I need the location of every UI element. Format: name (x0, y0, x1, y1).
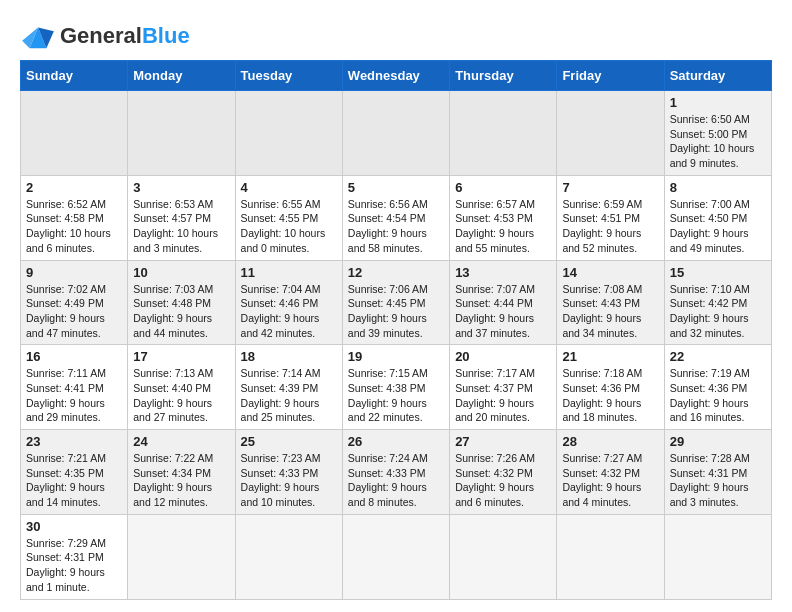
calendar-cell: 13Sunrise: 7:07 AM Sunset: 4:44 PM Dayli… (450, 260, 557, 345)
day-info: Sunrise: 7:06 AM Sunset: 4:45 PM Dayligh… (348, 282, 444, 341)
day-info: Sunrise: 7:17 AM Sunset: 4:37 PM Dayligh… (455, 366, 551, 425)
calendar-cell (557, 514, 664, 599)
day-info: Sunrise: 7:00 AM Sunset: 4:50 PM Dayligh… (670, 197, 766, 256)
day-number: 1 (670, 95, 766, 110)
calendar-cell: 30Sunrise: 7:29 AM Sunset: 4:31 PM Dayli… (21, 514, 128, 599)
calendar-cell: 5Sunrise: 6:56 AM Sunset: 4:54 PM Daylig… (342, 175, 449, 260)
calendar-cell: 8Sunrise: 7:00 AM Sunset: 4:50 PM Daylig… (664, 175, 771, 260)
calendar-cell (128, 514, 235, 599)
day-number: 10 (133, 265, 229, 280)
day-number: 23 (26, 434, 122, 449)
calendar-cell (21, 91, 128, 176)
day-info: Sunrise: 7:19 AM Sunset: 4:36 PM Dayligh… (670, 366, 766, 425)
day-number: 4 (241, 180, 337, 195)
day-number: 2 (26, 180, 122, 195)
day-info: Sunrise: 6:53 AM Sunset: 4:57 PM Dayligh… (133, 197, 229, 256)
day-number: 19 (348, 349, 444, 364)
calendar-cell: 4Sunrise: 6:55 AM Sunset: 4:55 PM Daylig… (235, 175, 342, 260)
calendar-cell: 26Sunrise: 7:24 AM Sunset: 4:33 PM Dayli… (342, 430, 449, 515)
day-number: 24 (133, 434, 229, 449)
day-number: 25 (241, 434, 337, 449)
calendar-cell: 17Sunrise: 7:13 AM Sunset: 4:40 PM Dayli… (128, 345, 235, 430)
calendar-cell: 20Sunrise: 7:17 AM Sunset: 4:37 PM Dayli… (450, 345, 557, 430)
day-info: Sunrise: 7:13 AM Sunset: 4:40 PM Dayligh… (133, 366, 229, 425)
calendar: SundayMondayTuesdayWednesdayThursdayFrid… (20, 60, 772, 600)
calendar-cell: 11Sunrise: 7:04 AM Sunset: 4:46 PM Dayli… (235, 260, 342, 345)
weekday-header-saturday: Saturday (664, 61, 771, 91)
day-info: Sunrise: 7:21 AM Sunset: 4:35 PM Dayligh… (26, 451, 122, 510)
day-info: Sunrise: 6:57 AM Sunset: 4:53 PM Dayligh… (455, 197, 551, 256)
calendar-cell: 18Sunrise: 7:14 AM Sunset: 4:39 PM Dayli… (235, 345, 342, 430)
day-number: 6 (455, 180, 551, 195)
day-info: Sunrise: 7:07 AM Sunset: 4:44 PM Dayligh… (455, 282, 551, 341)
weekday-header-sunday: Sunday (21, 61, 128, 91)
calendar-cell: 15Sunrise: 7:10 AM Sunset: 4:42 PM Dayli… (664, 260, 771, 345)
day-number: 8 (670, 180, 766, 195)
day-info: Sunrise: 7:11 AM Sunset: 4:41 PM Dayligh… (26, 366, 122, 425)
day-number: 17 (133, 349, 229, 364)
day-info: Sunrise: 7:26 AM Sunset: 4:32 PM Dayligh… (455, 451, 551, 510)
weekday-header-wednesday: Wednesday (342, 61, 449, 91)
calendar-cell: 12Sunrise: 7:06 AM Sunset: 4:45 PM Dayli… (342, 260, 449, 345)
calendar-cell (128, 91, 235, 176)
day-info: Sunrise: 7:24 AM Sunset: 4:33 PM Dayligh… (348, 451, 444, 510)
logo-text: GeneralBlue (60, 23, 190, 48)
calendar-cell: 29Sunrise: 7:28 AM Sunset: 4:31 PM Dayli… (664, 430, 771, 515)
calendar-cell (557, 91, 664, 176)
day-number: 12 (348, 265, 444, 280)
weekday-header-row: SundayMondayTuesdayWednesdayThursdayFrid… (21, 61, 772, 91)
day-info: Sunrise: 6:55 AM Sunset: 4:55 PM Dayligh… (241, 197, 337, 256)
week-row-1: 1Sunrise: 6:50 AM Sunset: 5:00 PM Daylig… (21, 91, 772, 176)
day-info: Sunrise: 7:10 AM Sunset: 4:42 PM Dayligh… (670, 282, 766, 341)
day-number: 15 (670, 265, 766, 280)
day-number: 28 (562, 434, 658, 449)
day-number: 21 (562, 349, 658, 364)
calendar-cell (450, 91, 557, 176)
day-info: Sunrise: 7:27 AM Sunset: 4:32 PM Dayligh… (562, 451, 658, 510)
day-info: Sunrise: 6:59 AM Sunset: 4:51 PM Dayligh… (562, 197, 658, 256)
day-info: Sunrise: 7:15 AM Sunset: 4:38 PM Dayligh… (348, 366, 444, 425)
logo-icon (20, 22, 56, 50)
page: GeneralBlue SundayMondayTuesdayWednesday… (0, 0, 792, 612)
day-number: 26 (348, 434, 444, 449)
day-info: Sunrise: 7:02 AM Sunset: 4:49 PM Dayligh… (26, 282, 122, 341)
day-info: Sunrise: 7:08 AM Sunset: 4:43 PM Dayligh… (562, 282, 658, 341)
week-row-5: 23Sunrise: 7:21 AM Sunset: 4:35 PM Dayli… (21, 430, 772, 515)
day-number: 30 (26, 519, 122, 534)
day-info: Sunrise: 7:14 AM Sunset: 4:39 PM Dayligh… (241, 366, 337, 425)
calendar-cell (235, 91, 342, 176)
day-number: 14 (562, 265, 658, 280)
day-number: 18 (241, 349, 337, 364)
day-info: Sunrise: 6:52 AM Sunset: 4:58 PM Dayligh… (26, 197, 122, 256)
calendar-cell (450, 514, 557, 599)
calendar-cell: 3Sunrise: 6:53 AM Sunset: 4:57 PM Daylig… (128, 175, 235, 260)
calendar-cell: 2Sunrise: 6:52 AM Sunset: 4:58 PM Daylig… (21, 175, 128, 260)
day-number: 5 (348, 180, 444, 195)
day-number: 20 (455, 349, 551, 364)
day-info: Sunrise: 7:29 AM Sunset: 4:31 PM Dayligh… (26, 536, 122, 595)
day-info: Sunrise: 7:28 AM Sunset: 4:31 PM Dayligh… (670, 451, 766, 510)
calendar-cell: 23Sunrise: 7:21 AM Sunset: 4:35 PM Dayli… (21, 430, 128, 515)
calendar-cell: 28Sunrise: 7:27 AM Sunset: 4:32 PM Dayli… (557, 430, 664, 515)
day-number: 11 (241, 265, 337, 280)
calendar-cell (235, 514, 342, 599)
day-number: 27 (455, 434, 551, 449)
day-info: Sunrise: 7:18 AM Sunset: 4:36 PM Dayligh… (562, 366, 658, 425)
day-number: 9 (26, 265, 122, 280)
calendar-cell: 27Sunrise: 7:26 AM Sunset: 4:32 PM Dayli… (450, 430, 557, 515)
day-info: Sunrise: 7:23 AM Sunset: 4:33 PM Dayligh… (241, 451, 337, 510)
calendar-cell: 9Sunrise: 7:02 AM Sunset: 4:49 PM Daylig… (21, 260, 128, 345)
weekday-header-thursday: Thursday (450, 61, 557, 91)
calendar-cell: 21Sunrise: 7:18 AM Sunset: 4:36 PM Dayli… (557, 345, 664, 430)
day-info: Sunrise: 6:56 AM Sunset: 4:54 PM Dayligh… (348, 197, 444, 256)
calendar-cell: 10Sunrise: 7:03 AM Sunset: 4:48 PM Dayli… (128, 260, 235, 345)
day-number: 7 (562, 180, 658, 195)
calendar-cell: 19Sunrise: 7:15 AM Sunset: 4:38 PM Dayli… (342, 345, 449, 430)
calendar-cell (664, 514, 771, 599)
week-row-3: 9Sunrise: 7:02 AM Sunset: 4:49 PM Daylig… (21, 260, 772, 345)
calendar-cell: 22Sunrise: 7:19 AM Sunset: 4:36 PM Dayli… (664, 345, 771, 430)
week-row-6: 30Sunrise: 7:29 AM Sunset: 4:31 PM Dayli… (21, 514, 772, 599)
day-info: Sunrise: 6:50 AM Sunset: 5:00 PM Dayligh… (670, 112, 766, 171)
day-info: Sunrise: 7:04 AM Sunset: 4:46 PM Dayligh… (241, 282, 337, 341)
calendar-cell: 7Sunrise: 6:59 AM Sunset: 4:51 PM Daylig… (557, 175, 664, 260)
